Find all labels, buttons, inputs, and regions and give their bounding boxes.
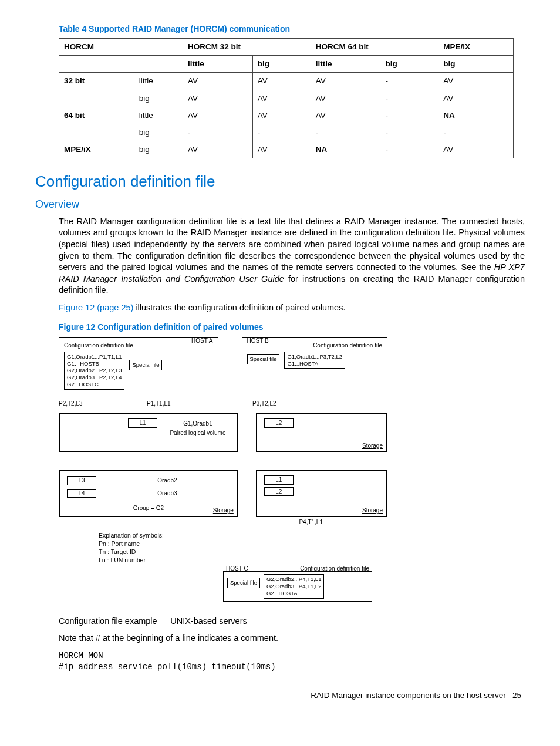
th-horcm64: HORCM 64 bit bbox=[311, 38, 438, 55]
table-header-row-1: HORCM HORCM 32 bit HORCM 64 bit MPE/iX bbox=[59, 38, 514, 55]
storage-label-3: Storage bbox=[362, 507, 383, 515]
th-little1: little bbox=[183, 56, 253, 73]
storage-block-4: L1 L2 Storage bbox=[256, 470, 387, 517]
lun-l1: L1 bbox=[128, 418, 157, 428]
host-b-block: HOST B Configuration definition file Spe… bbox=[242, 337, 387, 396]
figure-ref-link[interactable]: Figure 12 (page 25) bbox=[59, 303, 133, 312]
host-b-special-file: Special file bbox=[247, 354, 280, 364]
figure-12-diagram: HOST A Configuration definition file G1,… bbox=[59, 337, 387, 602]
footer-text: RAID Manager instance components on the … bbox=[311, 691, 505, 700]
code-block: HORCM_MON #ip_address service poll(10ms)… bbox=[59, 650, 525, 673]
storage-block-3: L3 Oradb2 L4 Oradb3 Group = G2 Storage bbox=[59, 470, 238, 517]
host-c-block: HOST C Configuration definition file Spe… bbox=[223, 571, 372, 602]
table-row: 64 bit little AV AV AV - NA bbox=[59, 107, 514, 124]
host-c-cfg-lines: G2,Oradb2...P4,T1,L1 G2,Oradb3...P4,T1,L… bbox=[264, 574, 324, 599]
table-row: MPE/iX big AV AV NA - AV bbox=[59, 141, 514, 158]
table-header-row-2: little big little big big bbox=[59, 56, 514, 73]
oradb2-label: Oradb2 bbox=[102, 477, 232, 485]
host-a-cfg-title: Configuration definition file bbox=[64, 342, 213, 350]
host-a-block: HOST A Configuration definition file G1,… bbox=[59, 337, 218, 396]
paragraph-1: The RAID Manager configuration definitio… bbox=[59, 216, 525, 296]
symbols-tn: Tn : Target ID bbox=[99, 548, 164, 556]
paragraph-2: Figure 12 (page 25) illustrates the conf… bbox=[59, 302, 525, 314]
th-little2: little bbox=[311, 56, 380, 73]
host-c-label: HOST C bbox=[226, 565, 248, 573]
host-a-label: HOST A bbox=[191, 337, 213, 345]
th-big3: big bbox=[438, 56, 514, 73]
storage-label-1: Storage bbox=[362, 442, 383, 450]
para1-text-a: The RAID Manager configuration definitio… bbox=[59, 217, 525, 272]
para2-rest: illustrates the configuration definition… bbox=[133, 303, 345, 312]
section-heading: Configuration definition file bbox=[35, 171, 525, 192]
group-label: Group = G2 bbox=[65, 504, 232, 512]
host-b-cfg-lines: G1,Oradb1...P3,T2,L2 G1...HOSTA bbox=[284, 352, 345, 369]
port-p3-label: P3,T2,L2 bbox=[252, 400, 276, 408]
table-row: 32 bit little AV AV AV - AV bbox=[59, 73, 514, 90]
plv-label: Paired logical volume bbox=[163, 429, 232, 437]
host-a-cfg-lines: G1,Oradb1...P1,T1,L1 G1…HOSTB G2,Oradb2.… bbox=[64, 352, 124, 390]
host-c-cfg-title: Configuration definition file bbox=[300, 565, 369, 573]
g1-label: G1,Oradb1 bbox=[163, 420, 232, 428]
th-horcm: HORCM bbox=[59, 38, 183, 55]
th-big1: big bbox=[252, 56, 311, 73]
horcm-table: HORCM HORCM 32 bit HORCM 64 bit MPE/iX l… bbox=[59, 38, 514, 159]
symbols-ln: Ln : LUN number bbox=[99, 556, 164, 564]
storage-label-2: Storage bbox=[213, 507, 234, 515]
subsection-heading: Overview bbox=[35, 197, 525, 211]
th-big2: big bbox=[380, 56, 438, 73]
table-caption: Table 4 Supported RAID Manager (HORCM) c… bbox=[59, 23, 525, 35]
lun-l3: L3 bbox=[67, 476, 96, 485]
th-mpeix: MPE/iX bbox=[438, 38, 514, 55]
page-footer: RAID Manager instance components on the … bbox=[35, 690, 525, 701]
port-p1-label: P1,T1,L1 bbox=[147, 400, 171, 408]
port-p4-label: P4,T1,L1 bbox=[299, 518, 323, 526]
figure-caption: Figure 12 Configuration definition of pa… bbox=[59, 322, 525, 333]
port-p2-label: P2,T2,L3 bbox=[59, 400, 83, 408]
lun-l2: L2 bbox=[264, 418, 294, 428]
lun-l2b: L2 bbox=[264, 487, 294, 497]
host-c-special-file: Special file bbox=[227, 578, 260, 588]
lun-l4: L4 bbox=[67, 489, 96, 498]
host-b-label: HOST B bbox=[247, 337, 269, 345]
oradb3-label: Oradb3 bbox=[102, 490, 232, 498]
example-note: Note that # at the beginning of a line i… bbox=[59, 633, 525, 644]
th-horcm32: HORCM 32 bit bbox=[183, 38, 311, 55]
symbols-legend: Explanation of symbols: Pn : Port name T… bbox=[99, 531, 164, 565]
host-a-special-file: Special file bbox=[129, 360, 162, 370]
symbols-title: Explanation of symbols: bbox=[99, 531, 164, 539]
storage-block-2: L2 Storage bbox=[256, 413, 387, 452]
symbols-pn: Pn : Port name bbox=[99, 539, 164, 548]
example-heading: Configuration file example — UNIX-based … bbox=[59, 616, 525, 627]
storage-block-1: L1 G1,Oradb1 Paired logical volume bbox=[59, 413, 238, 452]
footer-page-number: 25 bbox=[512, 691, 521, 700]
lun-l1b: L1 bbox=[264, 475, 294, 485]
